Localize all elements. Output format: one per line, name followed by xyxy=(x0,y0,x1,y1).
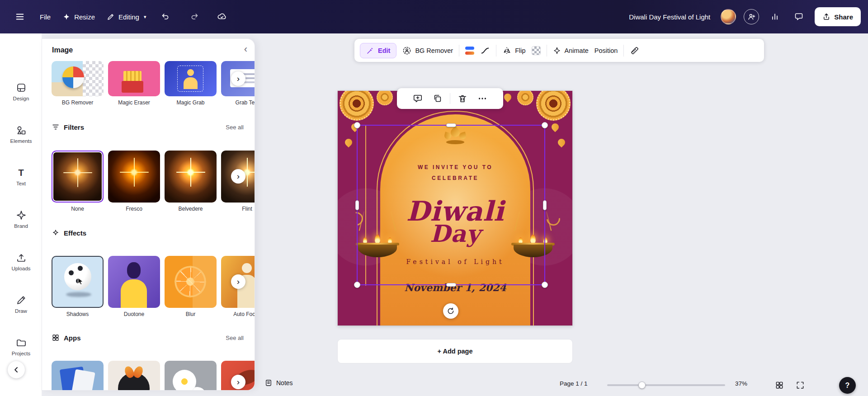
toolbar-divider xyxy=(459,45,459,57)
zoom-slider[interactable] xyxy=(607,384,725,386)
fullscreen-button[interactable] xyxy=(795,380,806,391)
flip-button[interactable]: Flip xyxy=(502,46,525,55)
apps-see-all-link[interactable]: See all xyxy=(226,335,244,341)
effect-card-duotone[interactable]: Duotone xyxy=(108,256,160,317)
redo-icon xyxy=(189,12,198,21)
tool-card-magic-eraser[interactable]: Magic Eraser xyxy=(108,61,160,106)
top-bar-left: File Resize Editing ▾ xyxy=(12,9,230,25)
add-member-button[interactable] xyxy=(744,9,759,24)
add-comment-button[interactable] xyxy=(409,90,427,108)
zoom-percent[interactable]: 37% xyxy=(735,380,747,387)
filter-card-fresco[interactable]: Fresco xyxy=(108,151,160,212)
file-menu[interactable]: File xyxy=(40,13,51,21)
effect-blur-thumbnail[interactable] xyxy=(165,256,217,308)
sidebar-item-design[interactable]: Design xyxy=(0,82,42,101)
resize-handle-bottom[interactable] xyxy=(446,283,456,287)
filter-none-thumbnail[interactable] xyxy=(52,151,104,203)
effect-card-shadows[interactable]: Shadows xyxy=(52,256,104,317)
draw-pencil-icon xyxy=(16,295,27,306)
comment-plus-icon xyxy=(413,94,423,104)
tool-card-bg-remover[interactable]: BG Remover xyxy=(52,61,104,106)
grid-view-button[interactable] xyxy=(774,380,785,391)
undo-button[interactable] xyxy=(158,9,174,25)
rotate-handle[interactable] xyxy=(443,303,458,319)
panel-collapse-button[interactable]: ‹ xyxy=(244,43,247,55)
resize-handle-right[interactable] xyxy=(543,200,547,210)
duration-button[interactable] xyxy=(630,46,640,56)
save-status-button[interactable] xyxy=(214,9,230,25)
filters-see-all-link[interactable]: See all xyxy=(226,124,244,131)
stroke-color-button[interactable] xyxy=(465,47,474,55)
sidebar-item-text[interactable]: T Text xyxy=(0,167,42,186)
panel-title: Image xyxy=(52,46,73,54)
curve-icon xyxy=(480,46,490,56)
filters-heading: Filters xyxy=(52,123,84,131)
chevron-down-icon: ▾ xyxy=(144,14,146,20)
sidebar-item-draw[interactable]: Draw xyxy=(0,295,42,314)
chevron-left-icon xyxy=(12,365,21,374)
collapse-panel-button[interactable] xyxy=(8,361,25,378)
canva-editor: File Resize Editing ▾ xyxy=(0,0,868,396)
top-bar: File Resize Editing ▾ xyxy=(0,0,868,33)
tools-carousel-next-button[interactable]: › xyxy=(231,71,245,86)
app-card[interactable] xyxy=(108,361,160,390)
bg-remover-thumbnail[interactable] xyxy=(52,61,104,96)
bg-remover-button[interactable]: BG Remover xyxy=(402,46,453,55)
resize-handle-top[interactable] xyxy=(446,123,456,127)
position-button[interactable]: Position xyxy=(594,47,618,54)
transparency-checker-icon xyxy=(532,46,541,55)
bg-remover-icon xyxy=(402,46,411,55)
help-button[interactable]: ? xyxy=(839,377,856,394)
image-edit-panel: Image ‹ BG Remover Magic Eraser Magic Gr… xyxy=(42,39,255,390)
more-options-button[interactable] xyxy=(473,90,491,108)
selection-box[interactable] xyxy=(357,125,545,285)
editing-mode-dropdown[interactable]: Editing ▾ xyxy=(107,13,146,21)
resize-handle-bottom-left[interactable] xyxy=(354,282,360,288)
sidebar-item-elements[interactable]: Elements xyxy=(0,125,42,144)
add-page-button[interactable]: + Add page xyxy=(338,339,572,363)
main-menu-button[interactable] xyxy=(12,9,28,25)
resize-handle-top-left[interactable] xyxy=(354,122,360,128)
more-dots-icon xyxy=(477,94,487,104)
filter-card-belvedere[interactable]: Belvedere xyxy=(165,151,217,212)
apps-carousel-next-button[interactable]: › xyxy=(231,375,245,389)
effect-shadows-thumbnail[interactable] xyxy=(52,256,104,308)
app-card[interactable] xyxy=(165,361,217,390)
resize-handle-left[interactable] xyxy=(355,200,359,210)
resize-handle-top-right[interactable] xyxy=(542,122,548,128)
filter-belvedere-thumbnail[interactable] xyxy=(165,151,217,203)
document-title[interactable]: Diwali Day Festival of Light xyxy=(629,13,710,21)
avatar[interactable] xyxy=(721,9,736,24)
resize-menu[interactable]: Resize xyxy=(62,13,95,21)
filter-fresco-thumbnail[interactable] xyxy=(108,151,160,203)
person-add-icon xyxy=(747,13,756,21)
zoom-slider-knob[interactable] xyxy=(638,382,646,389)
brand-star-icon xyxy=(16,210,27,221)
adjust-curve-button[interactable] xyxy=(480,46,490,56)
tool-card-magic-grab[interactable]: Magic Grab xyxy=(165,61,217,106)
effect-duotone-thumbnail[interactable] xyxy=(108,256,160,308)
filter-card-none[interactable]: None xyxy=(52,151,104,212)
magic-eraser-thumbnail[interactable] xyxy=(108,61,160,96)
effects-carousel-next-button[interactable]: › xyxy=(231,274,245,289)
insights-button[interactable] xyxy=(767,9,783,25)
comments-button[interactable] xyxy=(791,9,807,25)
effect-card-blur[interactable]: Blur xyxy=(165,256,217,317)
resize-handle-bottom-right[interactable] xyxy=(542,282,548,288)
notes-button[interactable]: Notes xyxy=(264,379,293,387)
sidebar-item-projects[interactable]: Projects xyxy=(0,337,42,356)
sidebar-item-brand[interactable]: Brand xyxy=(0,210,42,229)
filters-carousel-next-button[interactable]: › xyxy=(231,169,245,184)
duplicate-button[interactable] xyxy=(429,90,447,108)
bar-chart-icon xyxy=(770,12,779,21)
magic-grab-thumbnail[interactable] xyxy=(165,61,217,96)
share-button[interactable]: Share xyxy=(815,7,861,26)
redo-button[interactable] xyxy=(186,9,202,25)
app-card[interactable] xyxy=(52,361,104,390)
sidebar-item-uploads[interactable]: Uploads xyxy=(0,252,42,271)
delete-button[interactable] xyxy=(453,90,472,108)
edit-image-button[interactable]: Edit xyxy=(360,43,396,58)
transparency-button[interactable] xyxy=(532,46,541,55)
animate-button[interactable]: Animate xyxy=(553,47,589,55)
page-indicator[interactable]: Page 1 / 1 xyxy=(560,380,588,387)
